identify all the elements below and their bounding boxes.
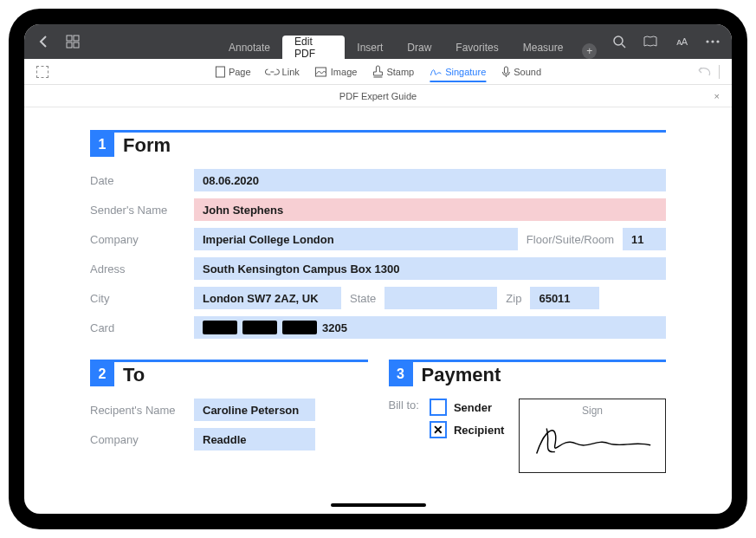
card-mask [282,321,317,334]
label-state: State [341,292,384,305]
svg-rect-11 [504,67,507,74]
label-sender: Sender's Name [90,204,194,217]
checkbox-label-recipient: Recipient [454,424,505,437]
field-state[interactable] [384,287,497,309]
thumbnails-icon[interactable] [66,35,80,49]
text-size-icon[interactable]: ᴀA [675,35,688,49]
svg-rect-2 [67,42,72,48]
svg-point-7 [711,40,714,42]
label-address: Adress [90,263,194,275]
field-zip[interactable]: 65011 [530,287,599,309]
field-card[interactable]: 3205 [194,316,666,339]
more-icon[interactable] [706,35,720,49]
label-card: Card [90,321,194,334]
label-recipient-company: Company [90,433,194,446]
tab-annotate[interactable]: Annotate [216,36,282,59]
section-title: Payment [413,364,501,386]
checkbox-recipient[interactable] [430,421,447,438]
tool-label: Singature [445,67,486,77]
field-company[interactable]: Imperial College London [194,228,518,250]
home-indicator[interactable] [331,503,426,507]
svg-point-4 [614,36,623,45]
field-sender[interactable]: John Stephens [194,198,666,221]
field-city[interactable]: London SW7 2AZ, UK [194,287,341,309]
svg-point-6 [706,40,708,42]
signature-box[interactable]: Sign [519,399,666,473]
back-icon[interactable] [36,35,50,49]
selection-tool-icon[interactable] [36,66,48,78]
reader-icon[interactable] [643,35,657,49]
card-last4: 3205 [322,321,347,334]
signature-icon [528,420,656,462]
label-company: Company [90,233,194,246]
field-date[interactable]: 08.06.2020 [194,169,666,191]
tablet-frame: Annotate Edit PDF Insert Draw Favorites … [9,9,747,529]
label-floor: Floor/Suite/Room [518,233,623,246]
section-title: Form [114,134,171,157]
tool-page[interactable]: Page [215,66,251,78]
svg-rect-9 [216,67,224,77]
svg-line-5 [622,44,625,48]
screen: Annotate Edit PDF Insert Draw Favorites … [24,24,732,514]
label-city: City [90,292,194,305]
card-mask [242,321,277,334]
document-tab: PDF Expert Guide × [24,85,732,107]
field-address[interactable]: South Kensington Campus Box 1300 [194,257,666,280]
tool-stamp[interactable]: Stamp [372,66,414,78]
tool-label: Sound [514,67,541,77]
section-to-header: 2 To [90,360,368,386]
section-title: To [114,364,145,386]
section-number: 3 [389,362,413,386]
label-zip: Zip [497,292,530,305]
edit-toolbar: Page Link Image Stamp Singature [24,59,732,85]
tool-label: Link [282,67,300,77]
svg-rect-10 [316,68,326,76]
main-tabs: Annotate Edit PDF Insert Draw Favorites … [216,24,597,59]
tab-favorites[interactable]: Favorites [443,36,510,59]
section-form-header: 1 Form [90,130,666,157]
search-icon[interactable] [612,35,626,49]
undo-icon[interactable] [696,65,710,79]
section-payment-header: 3 Payment [389,360,667,386]
top-bar: Annotate Edit PDF Insert Draw Favorites … [24,24,732,59]
checkbox-sender[interactable] [430,399,447,416]
section-number: 2 [90,362,114,386]
tool-sound[interactable]: Sound [501,66,541,78]
svg-rect-0 [67,36,72,41]
tool-link[interactable]: Link [267,67,300,77]
section-number: 1 [90,133,114,157]
card-mask [203,321,237,334]
label-billto: Bill to: [389,399,419,437]
document-page: 1 Form Date 08.06.2020 Sender's Name Joh… [24,107,732,514]
tab-edit-pdf[interactable]: Edit PDF [282,36,345,60]
tab-measure[interactable]: Measure [511,36,576,59]
tool-label: Page [229,67,251,77]
tool-label: Image [331,67,358,77]
close-icon[interactable]: × [714,91,720,101]
tool-image[interactable]: Image [315,67,358,77]
toolbar-divider [719,65,720,79]
svg-rect-3 [74,42,79,48]
document-title: PDF Expert Guide [339,91,417,101]
tab-draw[interactable]: Draw [395,36,443,59]
label-recipient-name: Recipent's Name [90,404,194,417]
field-recipient-name[interactable]: Caroline Peterson [194,399,315,421]
tool-label: Stamp [386,67,414,77]
checkbox-label-sender: Sender [454,401,492,414]
tool-signature[interactable]: Singature [430,67,486,82]
signature-label: Sign [528,405,656,417]
field-recipient-company[interactable]: Readdle [194,428,315,450]
svg-rect-1 [74,36,79,41]
label-date: Date [90,174,194,187]
tab-insert[interactable]: Insert [345,36,395,59]
svg-point-8 [716,40,719,42]
add-tab-button[interactable]: + [582,43,597,59]
field-floor[interactable]: 11 [623,228,666,250]
